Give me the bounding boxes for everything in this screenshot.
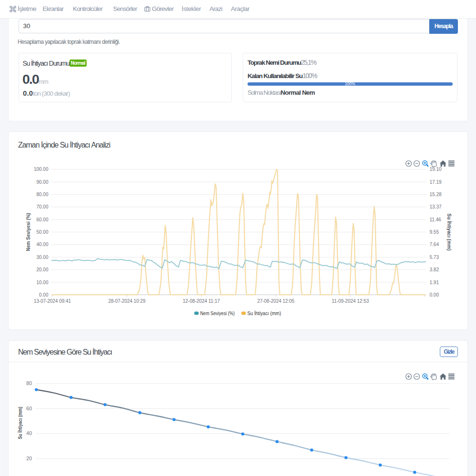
svg-text:Nem Seviyesi (%): Nem Seviyesi (%) [25, 213, 31, 251]
svg-text:90.00: 90.00 [36, 179, 48, 185]
svg-text:1.91: 1.91 [430, 280, 439, 285]
svg-text:13-07-2024 09:41: 13-07-2024 09:41 [34, 298, 71, 304]
svg-text:19.10: 19.10 [430, 167, 442, 172]
svg-text:17.19: 17.19 [430, 179, 442, 185]
svg-text:9.55: 9.55 [430, 229, 439, 235]
svg-text:100.00: 100.00 [34, 167, 49, 172]
svg-text:60: 60 [26, 405, 32, 411]
svg-text:Su İhtiyacı (mm): Su İhtiyacı (mm) [17, 407, 23, 439]
svg-text:20: 20 [26, 456, 32, 461]
svg-text:3.82: 3.82 [430, 267, 439, 272]
svg-text:40.00: 40.00 [36, 242, 48, 247]
svg-text:60.00: 60.00 [36, 217, 48, 222]
svg-text:20.00: 20.00 [36, 267, 48, 272]
svg-text:15.28: 15.28 [430, 192, 442, 197]
svg-text:28-07-2024 10:29: 28-07-2024 10:29 [109, 298, 146, 304]
svg-text:30.00: 30.00 [36, 255, 48, 260]
svg-text:50.00: 50.00 [36, 229, 48, 235]
svg-text:7.64: 7.64 [430, 242, 439, 247]
svg-text:Su İhtiyacı (mm): Su İhtiyacı (mm) [446, 214, 452, 251]
svg-text:80: 80 [26, 380, 32, 386]
svg-text:80.00: 80.00 [36, 192, 48, 197]
svg-text:40: 40 [26, 430, 32, 436]
svg-text:10.00: 10.00 [36, 280, 48, 285]
svg-text:0.00: 0.00 [430, 292, 439, 298]
svg-text:27-08-2024 12:05: 27-08-2024 12:05 [258, 298, 295, 304]
svg-text:11-09-2024 12:53: 11-09-2024 12:53 [332, 298, 369, 304]
svg-text:11.46: 11.46 [430, 217, 442, 222]
svg-text:Nem Seviyesi (%): Nem Seviyesi (%) [200, 310, 235, 316]
svg-text:0.00: 0.00 [39, 292, 49, 298]
svg-text:13.37: 13.37 [430, 204, 442, 209]
svg-text:Su İhtiyacı (mm): Su İhtiyacı (mm) [248, 310, 281, 316]
svg-text:70.00: 70.00 [36, 204, 48, 209]
svg-text:12-08-2024 11:17: 12-08-2024 11:17 [183, 298, 220, 304]
svg-text:5.73: 5.73 [430, 255, 439, 260]
